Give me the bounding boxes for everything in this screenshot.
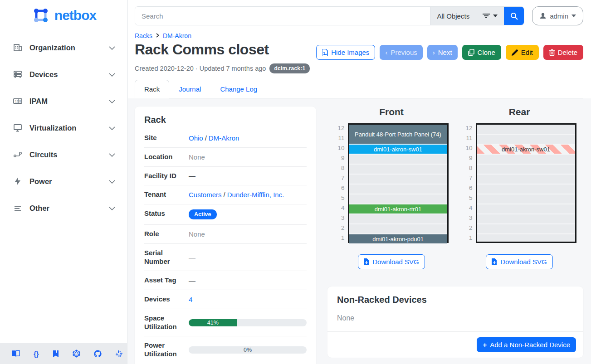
file-download-icon <box>492 258 497 265</box>
building-icon <box>13 43 23 53</box>
search-input[interactable] <box>135 7 430 25</box>
empty-rack-slot[interactable] <box>477 234 575 244</box>
slack-icon[interactable] <box>115 349 123 358</box>
sidebar-item-circuits[interactable]: Circuits <box>0 145 127 164</box>
unit-number: 5 <box>463 193 473 203</box>
unit-number: 10 <box>335 143 345 153</box>
empty-rack-slot[interactable] <box>349 175 447 184</box>
info-label: Status <box>144 209 189 219</box>
separator: / <box>205 134 207 142</box>
add-non-racked-device-button[interactable]: + Add a Non-Racked Device <box>477 337 576 352</box>
elevation-title: Front <box>379 107 404 117</box>
rack-device[interactable]: Panduit 48-Port Patch Panel (74) <box>349 125 447 144</box>
info-label: Facility ID <box>144 172 189 180</box>
tab-change-log[interactable]: Change Log <box>210 80 267 98</box>
empty-rack-slot[interactable] <box>477 224 575 234</box>
book-icon[interactable] <box>12 349 20 358</box>
empty-rack-slot[interactable] <box>349 184 447 194</box>
plus-icon: + <box>483 341 487 349</box>
empty-rack-slot[interactable] <box>477 175 575 184</box>
hide-images-button[interactable]: Hide Images <box>316 45 375 60</box>
info-value-link[interactable]: Dunder-Mifflin, Inc. <box>227 191 284 199</box>
empty-rack-slot[interactable] <box>477 204 575 214</box>
empty-rack-slot[interactable] <box>477 194 575 204</box>
empty-rack-slot[interactable] <box>349 214 447 224</box>
braces-icon[interactable]: {} <box>34 349 39 358</box>
empty-rack-slot[interactable] <box>477 125 575 135</box>
rack-device[interactable]: dmi01-akron-sw01 <box>477 145 575 154</box>
search-scope-selector[interactable]: All Objects <box>430 7 476 25</box>
breadcrumb-link[interactable]: Racks <box>135 32 152 39</box>
netbox-logo-text: netbox <box>54 8 96 23</box>
tab-rack[interactable]: Rack <box>135 80 169 98</box>
download-svg-button[interactable]: Download SVG <box>486 254 553 269</box>
empty-rack-slot[interactable] <box>477 155 575 165</box>
clone-button[interactable]: Clone <box>462 45 501 60</box>
sidebar-item-label: Devices <box>29 70 102 79</box>
tab-journal[interactable]: Journal <box>169 80 210 98</box>
bookmark-icon[interactable] <box>53 349 59 358</box>
next-button[interactable]: › Next <box>427 45 458 60</box>
breadcrumb-link[interactable]: DM-Akron <box>163 32 191 39</box>
search-submit-button[interactable] <box>504 7 524 25</box>
rack-device[interactable]: dmi01-akron-sw01 <box>349 145 447 154</box>
unit-number: 3 <box>463 213 473 223</box>
unit-number: 11 <box>463 133 473 143</box>
sidebar-item-label: IPAM <box>29 97 102 106</box>
clone-label: Clone <box>478 49 495 56</box>
sidebar-footer: {} <box>0 343 127 364</box>
rack-device-label: dmi01-akron-rtr01 <box>375 206 421 213</box>
rack-panel: Rack SiteOhio/DM-AkronLocationNoneFacili… <box>135 107 316 364</box>
sidebar-item-power[interactable]: Power <box>0 172 127 191</box>
delete-button[interactable]: Delete <box>543 45 583 60</box>
sidebar-item-devices[interactable]: Devices <box>0 65 127 84</box>
edit-button[interactable]: Edit <box>506 45 539 60</box>
previous-button[interactable]: ‹ Previous <box>380 45 422 60</box>
trash-icon <box>549 49 555 56</box>
search-filter-dropdown[interactable] <box>476 7 504 25</box>
user-menu-button[interactable]: admin <box>532 6 583 25</box>
unit-number: 3 <box>335 213 345 223</box>
non-racked-title: Non-Racked Devices <box>337 295 574 305</box>
action-buttons: Hide Images ‹ Previous › Next Clone <box>316 45 583 60</box>
rack-device[interactable]: dmi01-akron-pdu01 <box>349 234 447 243</box>
sidebar: netbox OrganizationDevices128IPAMVirtual… <box>0 0 127 364</box>
empty-rack-slot[interactable] <box>349 165 447 175</box>
info-value-link[interactable]: Customers <box>189 191 222 199</box>
empty-rack-slot[interactable] <box>477 214 575 224</box>
unit-labels: 121110987654321 <box>463 123 473 243</box>
empty-rack-slot[interactable] <box>477 184 575 194</box>
sidebar-item-other[interactable]: Other <box>0 199 127 218</box>
unit-number: 5 <box>335 193 345 203</box>
graphql-icon[interactable] <box>73 349 80 358</box>
empty-rack-slot[interactable] <box>349 194 447 204</box>
next-label: Next <box>438 49 452 56</box>
info-value-link[interactable]: Ohio <box>189 134 203 142</box>
netbox-logo[interactable]: netbox <box>0 0 127 28</box>
file-download-icon <box>364 258 369 265</box>
info-value-link[interactable]: DM-Akron <box>209 134 239 142</box>
sidebar-item-label: Organization <box>29 44 102 52</box>
download-svg-label: Download SVG <box>500 258 547 266</box>
rack-device[interactable]: dmi01-akron-rtr01 <box>349 204 447 214</box>
info-label: Tenant <box>144 190 189 199</box>
github-icon[interactable] <box>94 349 102 358</box>
sidebar-item-virtualization[interactable]: Virtualization <box>0 118 127 137</box>
utilization-fill: 41% <box>189 319 237 326</box>
sidebar-item-organization[interactable]: Organization <box>0 38 127 57</box>
info-label: Role <box>144 230 189 238</box>
empty-rack-slot[interactable] <box>477 165 575 175</box>
caret-down-icon <box>493 15 498 17</box>
empty-rack-slot[interactable] <box>349 155 447 165</box>
rack-elevation-rear: dmi01-akron-sw01 <box>476 123 576 243</box>
delete-label: Delete <box>558 49 577 56</box>
download-svg-button[interactable]: Download SVG <box>358 254 425 269</box>
chevron-right-icon: › <box>433 49 435 56</box>
status-badge: Active <box>189 209 217 219</box>
chevron-left-icon: ‹ <box>385 49 387 56</box>
sidebar-item-ipam[interactable]: 128IPAM <box>0 92 127 111</box>
info-value-link[interactable]: 4 <box>189 296 192 303</box>
global-search-group: All Objects <box>135 6 524 25</box>
empty-rack-slot[interactable] <box>349 224 447 234</box>
empty-rack-slot[interactable] <box>477 135 575 145</box>
